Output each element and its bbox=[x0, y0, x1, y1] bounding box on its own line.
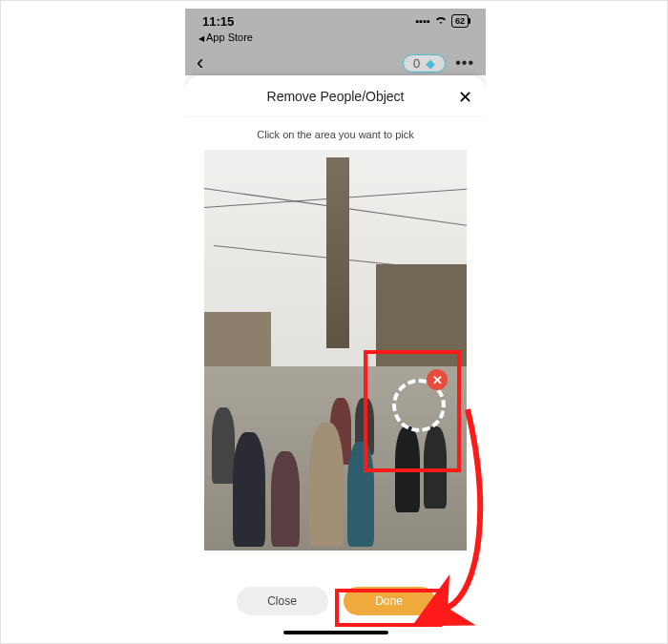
phone-frame: 11:15 ▪▪▪▪ 62 App Store ‹ 0 ◆ ••• Remove… bbox=[185, 9, 486, 638]
modal-sheet: Remove People/Object ✕ Click on the area… bbox=[185, 75, 486, 638]
gem-count: 0 bbox=[413, 56, 420, 71]
instruction-text: Click on the area you want to pick bbox=[185, 117, 486, 150]
gem-balance-pill[interactable]: 0 ◆ bbox=[403, 54, 446, 73]
sheet-header: Remove People/Object ✕ bbox=[185, 75, 486, 117]
image-person bbox=[212, 407, 235, 484]
editable-image[interactable]: ✕ bbox=[204, 150, 467, 551]
annotation-box-selection bbox=[364, 350, 461, 472]
image-person bbox=[309, 423, 344, 547]
close-button[interactable]: Close bbox=[237, 587, 328, 615]
home-indicator[interactable] bbox=[283, 631, 388, 634]
sheet-title: Remove People/Object bbox=[267, 89, 405, 104]
wifi-icon bbox=[434, 15, 448, 27]
signal-icon: ▪▪▪▪ bbox=[415, 15, 430, 27]
status-bar: 11:15 ▪▪▪▪ 62 bbox=[185, 9, 486, 33]
back-chevron-icon[interactable]: ‹ bbox=[197, 51, 203, 75]
status-icons: ▪▪▪▪ 62 bbox=[415, 14, 469, 28]
close-icon[interactable]: ✕ bbox=[458, 87, 472, 108]
annotation-box-done bbox=[335, 589, 442, 627]
more-menu-icon[interactable]: ••• bbox=[455, 54, 474, 72]
image-person bbox=[271, 451, 300, 547]
dimmed-background: 11:15 ▪▪▪▪ 62 App Store ‹ 0 ◆ ••• bbox=[185, 9, 486, 75]
gem-icon: ◆ bbox=[426, 56, 435, 71]
status-time: 11:15 bbox=[202, 14, 234, 29]
nav-row: ‹ 0 ◆ ••• bbox=[185, 51, 486, 75]
image-tower bbox=[326, 157, 349, 348]
battery-icon: 62 bbox=[451, 14, 469, 28]
back-to-appstore[interactable]: App Store bbox=[198, 31, 253, 43]
image-person bbox=[233, 432, 265, 547]
